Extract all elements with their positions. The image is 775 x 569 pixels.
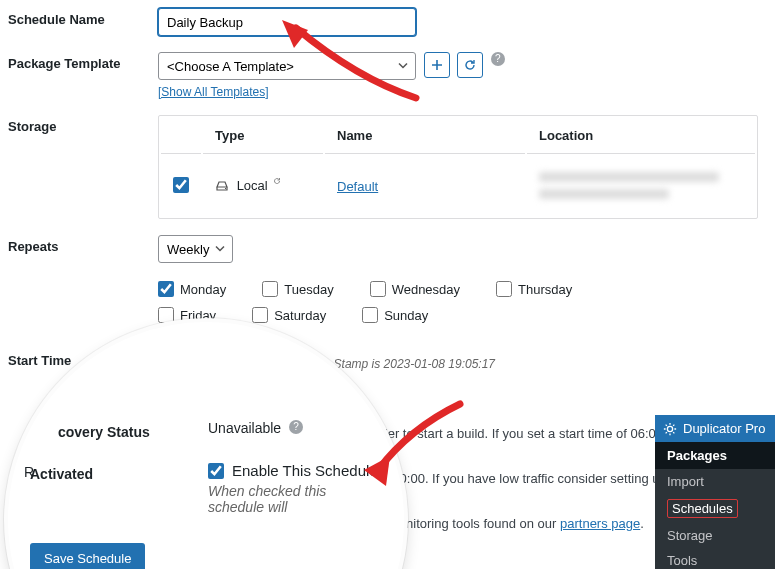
day-monday[interactable]: Monday bbox=[158, 281, 226, 297]
enable-schedule-toggle[interactable]: Enable This Schedule bbox=[208, 462, 382, 479]
refresh-template-button[interactable] bbox=[457, 52, 483, 78]
show-all-templates-link[interactable]: [Show All Templates] bbox=[158, 85, 269, 99]
sidebar-item-import[interactable]: Import bbox=[655, 469, 775, 494]
gear-icon bbox=[663, 422, 677, 436]
day-wednesday[interactable]: Wednesday bbox=[370, 281, 460, 297]
package-template-label: Package Template bbox=[8, 52, 158, 71]
sidebar-section-packages[interactable]: Packages bbox=[655, 442, 775, 469]
add-template-button[interactable] bbox=[424, 52, 450, 78]
day-tuesday[interactable]: Tuesday bbox=[262, 281, 333, 297]
help-icon: ? bbox=[491, 52, 505, 66]
drive-icon bbox=[215, 180, 233, 195]
storage-row-type: Local bbox=[237, 179, 268, 194]
schedule-name-input[interactable] bbox=[158, 8, 416, 36]
day-saturday[interactable]: Saturday bbox=[252, 307, 326, 323]
admin-sidebar: Duplicator Pro Packages Import Schedules… bbox=[655, 415, 775, 569]
partners-page-link[interactable]: partners page bbox=[560, 516, 640, 531]
day-sunday[interactable]: Sunday bbox=[362, 307, 428, 323]
enable-schedule-hint: When checked this schedule will bbox=[208, 483, 382, 515]
storage-row-name-link[interactable]: Default bbox=[337, 179, 378, 194]
sidebar-item-tools[interactable]: Tools bbox=[655, 548, 775, 569]
refresh-icon bbox=[464, 59, 476, 71]
storage-header-name: Name bbox=[325, 118, 525, 154]
start-time-desc-pre: monitoring tools found on our bbox=[388, 516, 560, 531]
storage-table: Type Name Location Local bbox=[158, 115, 758, 219]
help-icon: ? bbox=[289, 420, 303, 434]
repeats-select[interactable]: Weekly bbox=[158, 235, 233, 263]
refresh-small-icon bbox=[273, 177, 281, 187]
save-schedule-button[interactable]: Save Schedule bbox=[30, 543, 145, 569]
sidebar-item-storage[interactable]: Storage bbox=[655, 523, 775, 548]
schedule-name-label: Schedule Name bbox=[8, 8, 158, 27]
activated-label: Activated bbox=[30, 462, 208, 482]
package-template-select[interactable]: <Choose A Template> bbox=[158, 52, 416, 80]
recovery-status-label-partial: covery Status bbox=[30, 420, 208, 440]
plus-icon bbox=[431, 59, 443, 71]
storage-label: Storage bbox=[8, 115, 158, 134]
repeats-edge-text: R bbox=[24, 464, 34, 480]
repeats-label: Repeats bbox=[8, 235, 158, 254]
storage-header-type: Type bbox=[203, 118, 323, 154]
storage-header-location: Location bbox=[527, 118, 755, 154]
sidebar-item-schedules[interactable]: Schedules bbox=[655, 494, 775, 523]
storage-row-checkbox[interactable] bbox=[173, 177, 189, 193]
svg-point-0 bbox=[667, 426, 672, 431]
storage-row: Local Default bbox=[161, 156, 755, 216]
enable-schedule-label: Enable This Schedule bbox=[232, 462, 378, 479]
day-thursday[interactable]: Thursday bbox=[496, 281, 572, 297]
sidebar-brand[interactable]: Duplicator Pro bbox=[655, 415, 775, 442]
recovery-status-value: Unavailable bbox=[208, 420, 281, 436]
